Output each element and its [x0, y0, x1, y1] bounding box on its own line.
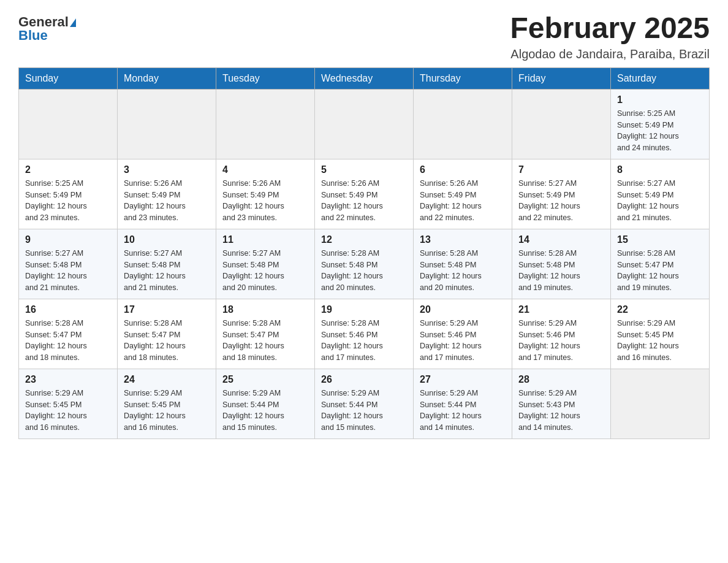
day-number: 8	[617, 164, 703, 175]
calendar-cell: 3Sunrise: 5:26 AMSunset: 5:49 PMDaylight…	[118, 159, 216, 229]
day-info: Sunrise: 5:28 AMSunset: 5:47 PMDaylight:…	[25, 318, 111, 364]
calendar-cell: 24Sunrise: 5:29 AMSunset: 5:45 PMDayligh…	[118, 369, 216, 439]
calendar-cell: 2Sunrise: 5:25 AMSunset: 5:49 PMDaylight…	[19, 159, 118, 229]
day-number: 26	[321, 374, 407, 385]
day-number: 13	[420, 234, 506, 245]
day-info: Sunrise: 5:27 AMSunset: 5:49 PMDaylight:…	[518, 178, 604, 224]
day-info: Sunrise: 5:29 AMSunset: 5:44 PMDaylight:…	[222, 388, 308, 434]
weekday-header-tuesday: Tuesday	[216, 67, 315, 89]
day-info: Sunrise: 5:29 AMSunset: 5:46 PMDaylight:…	[420, 318, 506, 364]
calendar-cell: 7Sunrise: 5:27 AMSunset: 5:49 PMDaylight…	[512, 159, 611, 229]
day-number: 21	[518, 304, 604, 315]
day-info: Sunrise: 5:29 AMSunset: 5:43 PMDaylight:…	[518, 388, 604, 434]
day-info: Sunrise: 5:27 AMSunset: 5:48 PMDaylight:…	[222, 248, 308, 294]
weekday-header-friday: Friday	[512, 67, 611, 89]
day-number: 7	[518, 164, 604, 175]
calendar-cell: 1Sunrise: 5:25 AMSunset: 5:49 PMDaylight…	[611, 89, 710, 159]
day-number: 19	[321, 304, 407, 315]
calendar-cell: 23Sunrise: 5:29 AMSunset: 5:45 PMDayligh…	[19, 369, 118, 439]
day-info: Sunrise: 5:25 AMSunset: 5:49 PMDaylight:…	[617, 108, 703, 154]
day-info: Sunrise: 5:26 AMSunset: 5:49 PMDaylight:…	[222, 178, 308, 224]
calendar-table: SundayMondayTuesdayWednesdayThursdayFrid…	[18, 67, 710, 439]
day-info: Sunrise: 5:26 AMSunset: 5:49 PMDaylight:…	[420, 178, 506, 224]
day-info: Sunrise: 5:29 AMSunset: 5:44 PMDaylight:…	[420, 388, 506, 434]
calendar-cell	[611, 369, 710, 439]
location-title: Algodao de Jandaira, Paraiba, Brazil	[510, 47, 710, 61]
day-number: 28	[518, 374, 604, 385]
day-info: Sunrise: 5:28 AMSunset: 5:47 PMDaylight:…	[617, 248, 703, 294]
calendar-cell: 12Sunrise: 5:28 AMSunset: 5:48 PMDayligh…	[315, 229, 414, 299]
calendar-week-row: 16Sunrise: 5:28 AMSunset: 5:47 PMDayligh…	[19, 299, 710, 369]
day-info: Sunrise: 5:27 AMSunset: 5:49 PMDaylight:…	[617, 178, 703, 224]
day-info: Sunrise: 5:26 AMSunset: 5:49 PMDaylight:…	[124, 178, 210, 224]
calendar-cell	[216, 89, 315, 159]
day-number: 18	[222, 304, 308, 315]
day-info: Sunrise: 5:29 AMSunset: 5:44 PMDaylight:…	[321, 388, 407, 434]
day-info: Sunrise: 5:28 AMSunset: 5:47 PMDaylight:…	[124, 318, 210, 364]
day-number: 27	[420, 374, 506, 385]
calendar-cell	[118, 89, 216, 159]
calendar-cell	[512, 89, 611, 159]
logo: General Blue	[18, 12, 76, 42]
calendar-cell: 22Sunrise: 5:29 AMSunset: 5:45 PMDayligh…	[611, 299, 710, 369]
calendar-cell: 15Sunrise: 5:28 AMSunset: 5:47 PMDayligh…	[611, 229, 710, 299]
logo-triangle-icon	[70, 18, 76, 27]
day-number: 4	[222, 164, 308, 175]
day-info: Sunrise: 5:26 AMSunset: 5:49 PMDaylight:…	[321, 178, 407, 224]
calendar-cell	[19, 89, 118, 159]
calendar-cell: 21Sunrise: 5:29 AMSunset: 5:46 PMDayligh…	[512, 299, 611, 369]
calendar-cell: 6Sunrise: 5:26 AMSunset: 5:49 PMDaylight…	[414, 159, 512, 229]
day-info: Sunrise: 5:27 AMSunset: 5:48 PMDaylight:…	[25, 248, 111, 294]
title-block: February 2025 Algodao de Jandaira, Parai…	[510, 12, 710, 61]
calendar-cell: 10Sunrise: 5:27 AMSunset: 5:48 PMDayligh…	[118, 229, 216, 299]
day-number: 10	[124, 234, 210, 245]
calendar-cell: 27Sunrise: 5:29 AMSunset: 5:44 PMDayligh…	[414, 369, 512, 439]
calendar-cell: 9Sunrise: 5:27 AMSunset: 5:48 PMDaylight…	[19, 229, 118, 299]
calendar-cell: 5Sunrise: 5:26 AMSunset: 5:49 PMDaylight…	[315, 159, 414, 229]
day-info: Sunrise: 5:28 AMSunset: 5:48 PMDaylight:…	[518, 248, 604, 294]
calendar-cell: 18Sunrise: 5:28 AMSunset: 5:47 PMDayligh…	[216, 299, 315, 369]
weekday-header-sunday: Sunday	[19, 67, 118, 89]
logo-general-line: General	[18, 15, 76, 29]
calendar-cell	[414, 89, 512, 159]
day-number: 2	[25, 164, 111, 175]
weekday-header-thursday: Thursday	[414, 67, 512, 89]
day-number: 24	[124, 374, 210, 385]
logo-blue-text: Blue	[18, 28, 48, 43]
page-header: General Blue February 2025 Algodao de Ja…	[18, 12, 710, 61]
day-info: Sunrise: 5:25 AMSunset: 5:49 PMDaylight:…	[25, 178, 111, 224]
day-info: Sunrise: 5:27 AMSunset: 5:48 PMDaylight:…	[124, 248, 210, 294]
calendar-cell: 4Sunrise: 5:26 AMSunset: 5:49 PMDaylight…	[216, 159, 315, 229]
calendar-cell: 13Sunrise: 5:28 AMSunset: 5:48 PMDayligh…	[414, 229, 512, 299]
calendar-week-row: 9Sunrise: 5:27 AMSunset: 5:48 PMDaylight…	[19, 229, 710, 299]
calendar-cell: 28Sunrise: 5:29 AMSunset: 5:43 PMDayligh…	[512, 369, 611, 439]
calendar-cell: 25Sunrise: 5:29 AMSunset: 5:44 PMDayligh…	[216, 369, 315, 439]
day-info: Sunrise: 5:29 AMSunset: 5:45 PMDaylight:…	[124, 388, 210, 434]
day-number: 23	[25, 374, 111, 385]
calendar-cell	[315, 89, 414, 159]
weekday-header-saturday: Saturday	[611, 67, 710, 89]
calendar-week-row: 2Sunrise: 5:25 AMSunset: 5:49 PMDaylight…	[19, 159, 710, 229]
day-number: 12	[321, 234, 407, 245]
day-number: 25	[222, 374, 308, 385]
calendar-cell: 11Sunrise: 5:27 AMSunset: 5:48 PMDayligh…	[216, 229, 315, 299]
day-number: 1	[617, 94, 703, 105]
day-info: Sunrise: 5:29 AMSunset: 5:45 PMDaylight:…	[25, 388, 111, 434]
calendar-cell: 26Sunrise: 5:29 AMSunset: 5:44 PMDayligh…	[315, 369, 414, 439]
calendar-week-row: 1Sunrise: 5:25 AMSunset: 5:49 PMDaylight…	[19, 89, 710, 159]
day-info: Sunrise: 5:28 AMSunset: 5:46 PMDaylight:…	[321, 318, 407, 364]
day-number: 11	[222, 234, 308, 245]
calendar-header-row: SundayMondayTuesdayWednesdayThursdayFrid…	[19, 67, 710, 89]
weekday-header-monday: Monday	[118, 67, 216, 89]
calendar-cell: 17Sunrise: 5:28 AMSunset: 5:47 PMDayligh…	[118, 299, 216, 369]
day-number: 6	[420, 164, 506, 175]
day-number: 14	[518, 234, 604, 245]
day-number: 20	[420, 304, 506, 315]
calendar-cell: 19Sunrise: 5:28 AMSunset: 5:46 PMDayligh…	[315, 299, 414, 369]
calendar-cell: 14Sunrise: 5:28 AMSunset: 5:48 PMDayligh…	[512, 229, 611, 299]
day-number: 3	[124, 164, 210, 175]
day-number: 16	[25, 304, 111, 315]
day-number: 15	[617, 234, 703, 245]
day-info: Sunrise: 5:28 AMSunset: 5:48 PMDaylight:…	[321, 248, 407, 294]
calendar-cell: 16Sunrise: 5:28 AMSunset: 5:47 PMDayligh…	[19, 299, 118, 369]
